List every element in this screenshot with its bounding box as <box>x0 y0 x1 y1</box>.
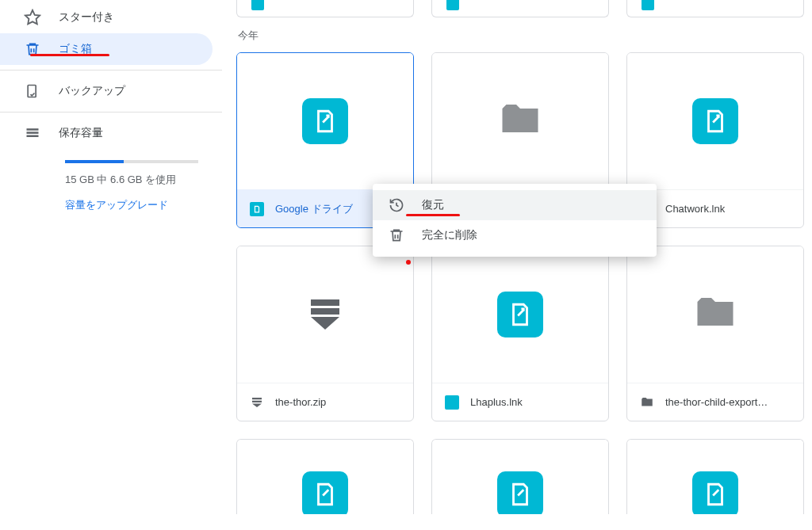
storage-icon <box>24 124 41 142</box>
trash-icon <box>24 40 41 58</box>
file-card-partial[interactable] <box>626 439 804 514</box>
upgrade-storage-link[interactable]: 容量をアップグレード <box>65 198 168 212</box>
ctx-restore[interactable]: 復元 <box>373 190 657 220</box>
file-name: Google ドライブ <box>275 202 353 216</box>
folder-icon <box>640 395 654 410</box>
svg-rect-5 <box>252 398 262 399</box>
zip-icon <box>250 395 264 410</box>
lnk-icon <box>446 0 459 10</box>
file-name: Chatwork.lnk <box>665 203 725 215</box>
svg-marker-7 <box>252 403 262 407</box>
lnk-icon <box>251 0 264 10</box>
lnk-icon <box>497 292 543 337</box>
trash-icon <box>389 227 404 243</box>
folder-icon <box>691 290 739 340</box>
file-preview <box>432 246 608 383</box>
folder-icon <box>496 97 544 147</box>
file-name: Lhaplus.lnk <box>470 396 523 408</box>
file-preview <box>627 246 803 383</box>
file-name: the-thor.zip <box>275 396 326 408</box>
context-menu: 復元 完全に削除 <box>373 184 657 257</box>
lnk-icon <box>445 395 459 410</box>
file-card-lhaplus[interactable]: Lhaplus.lnk <box>431 246 609 421</box>
divider <box>0 112 222 112</box>
storage-info: 15 GB 中 6.6 GB を使用 容量をアップグレード <box>0 160 222 212</box>
lnk-icon <box>692 471 738 514</box>
file-card-partial[interactable] <box>236 439 414 514</box>
svg-rect-3 <box>27 132 39 134</box>
storage-usage-text: 15 GB 中 6.6 GB を使用 <box>65 173 198 187</box>
file-card-partial[interactable] <box>626 0 804 17</box>
star-icon <box>24 9 41 26</box>
file-preview <box>627 53 803 189</box>
divider <box>0 70 222 71</box>
sidebar: スター付き ゴミ箱 バックアップ 保存容量 <box>0 0 222 530</box>
file-preview <box>432 440 608 514</box>
file-name: the-thor-child-export… <box>665 396 768 408</box>
sidebar-item-starred[interactable]: スター付き <box>0 2 213 33</box>
ctx-label: 完全に削除 <box>422 228 477 242</box>
main-content: 今年 Google ドライブ <box>222 0 812 530</box>
file-card-partial[interactable] <box>431 0 609 17</box>
sidebar-item-label: バックアップ <box>59 84 125 98</box>
lnk-icon <box>642 0 654 10</box>
svg-rect-4 <box>27 135 39 138</box>
file-card-thor-child[interactable]: the-thor-child-export… <box>626 246 804 421</box>
download-zip-icon <box>309 299 341 330</box>
backup-icon <box>24 82 41 100</box>
svg-rect-2 <box>27 128 39 131</box>
file-preview <box>627 440 803 514</box>
file-preview <box>237 53 413 189</box>
lnk-icon <box>497 471 543 514</box>
lnk-icon <box>692 98 738 144</box>
lnk-icon <box>302 471 348 514</box>
restore-icon <box>389 197 404 213</box>
ctx-delete-forever[interactable]: 完全に削除 <box>373 220 657 250</box>
file-card-partial[interactable] <box>431 439 609 514</box>
file-preview <box>432 53 608 189</box>
sidebar-item-backups[interactable]: バックアップ <box>0 75 213 107</box>
file-preview <box>237 246 413 383</box>
sidebar-item-storage[interactable]: 保存容量 <box>0 117 213 149</box>
storage-progress-bar <box>65 160 198 163</box>
svg-marker-0 <box>25 10 40 24</box>
svg-rect-6 <box>252 400 262 402</box>
file-preview <box>237 440 413 514</box>
sidebar-item-label: ゴミ箱 <box>59 42 92 56</box>
lnk-icon <box>302 98 348 144</box>
ctx-label: 復元 <box>422 198 444 212</box>
previous-row-partial <box>236 0 812 17</box>
file-card-partial[interactable] <box>236 0 414 17</box>
file-card-thor-zip[interactable]: the-thor.zip <box>236 246 414 421</box>
sidebar-item-label: 保存容量 <box>59 126 103 140</box>
sidebar-item-label: スター付き <box>59 10 114 25</box>
sidebar-item-trash[interactable]: ゴミ箱 <box>0 33 213 65</box>
lnk-icon <box>250 202 264 216</box>
section-label: 今年 <box>238 29 812 43</box>
